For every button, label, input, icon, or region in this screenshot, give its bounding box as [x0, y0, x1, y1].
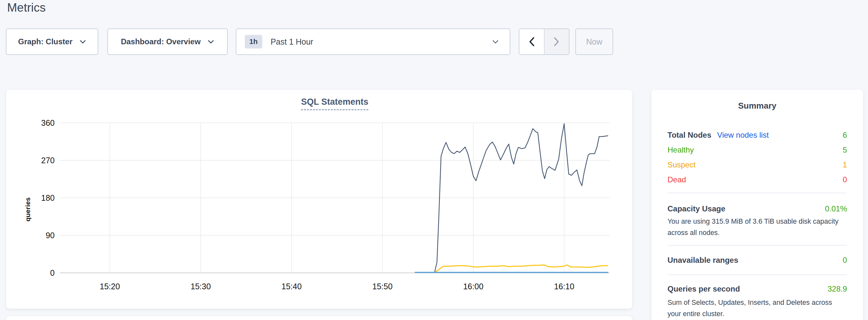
sql-statements-chart[interactable]: 09018027036015:2015:3015:4015:5016:0016:…: [6, 90, 632, 309]
summary-title: Summary: [651, 101, 863, 111]
capacity-usage-value: 0.01%: [825, 204, 847, 213]
time-range-badge: 1h: [245, 35, 262, 49]
time-range-selector[interactable]: 1h Past 1 Hour: [236, 28, 510, 55]
summary-row-suspect: Suspect 1: [668, 159, 847, 170]
time-range-label: Past 1 Hour: [271, 37, 313, 46]
queries-per-second-value: 328.9: [828, 284, 847, 293]
y-axis-label: queries: [24, 197, 31, 222]
time-back-button[interactable]: [519, 29, 545, 54]
x-tick-label: 15:50: [372, 282, 393, 291]
sql-statements-chart-card: SQL Statements 09018027036015:2015:3015:…: [6, 90, 632, 309]
x-tick-label: 15:40: [281, 282, 302, 291]
queries-per-second-row: Queries per second 328.9: [668, 284, 847, 294]
metrics-page: Metrics Graph: Cluster Dashboard: Overvi…: [0, 0, 868, 320]
y-tick-label: 180: [41, 193, 55, 202]
x-tick-label: 16:10: [554, 282, 575, 291]
summary-row-dead: Dead 0: [668, 174, 847, 185]
x-tick-label: 15:30: [190, 282, 211, 291]
chevron-right-icon: [554, 37, 559, 46]
time-forward-button-disabled[interactable]: [545, 29, 569, 54]
x-tick-label: 15:20: [100, 282, 120, 291]
dashboard-dropdown-label: Dashboard: Overview: [121, 37, 201, 46]
suspect-label: Suspect: [668, 160, 695, 169]
x-tick-label: 16:00: [463, 282, 484, 291]
queries-per-second-label: Queries per second: [668, 284, 740, 293]
divider: [668, 193, 847, 193]
suspect-value: 1: [843, 160, 847, 169]
graph-dropdown-label: Graph: Cluster: [18, 37, 72, 46]
unavailable-ranges-value: 0: [843, 256, 847, 265]
dead-value: 0: [843, 175, 847, 184]
now-button[interactable]: Now: [575, 28, 613, 55]
capacity-usage-description: You are using 315.9 MiB of 3.6 TiB usabl…: [668, 216, 847, 238]
total-nodes-label: Total Nodes: [668, 131, 711, 140]
y-tick-label: 360: [41, 118, 55, 127]
summary-panel: Summary Total Nodes View nodes list 6 He…: [651, 90, 863, 320]
time-step-buttons: [519, 28, 569, 55]
unavailable-ranges-label: Unavailable ranges: [668, 256, 738, 265]
summary-row-healthy: Healthy 5: [668, 145, 847, 156]
chevron-down-icon: [208, 40, 214, 44]
divider: [668, 245, 847, 246]
chevron-left-icon: [529, 37, 534, 46]
capacity-usage-label: Capacity Usage: [668, 204, 725, 213]
y-tick-label: 270: [41, 156, 55, 165]
dashboard-dropdown[interactable]: Dashboard: Overview: [107, 28, 228, 55]
yellow-series-line: [435, 265, 608, 273]
healthy-value: 5: [843, 146, 847, 155]
chevron-down-icon: [492, 40, 499, 44]
view-nodes-list-link[interactable]: View nodes list: [717, 131, 769, 140]
capacity-usage-row: Capacity Usage 0.01%: [668, 203, 847, 214]
dead-label: Dead: [668, 175, 686, 184]
chevron-down-icon: [80, 40, 86, 44]
summary-row-total-nodes: Total Nodes View nodes list 6: [668, 130, 847, 140]
page-title: Metrics: [7, 0, 45, 15]
y-tick-label: 90: [45, 231, 55, 240]
total-nodes-value: 6: [843, 131, 847, 140]
partial-next-chart-card: [6, 316, 632, 320]
queries-per-second-description: Sum of Selects, Updates, Inserts, and De…: [668, 297, 847, 320]
graph-dropdown[interactable]: Graph: Cluster: [6, 28, 98, 55]
divider: [668, 275, 847, 275]
y-tick-label: 0: [50, 268, 55, 277]
healthy-label: Healthy: [668, 146, 694, 155]
unavailable-ranges-row: Unavailable ranges 0: [668, 255, 847, 266]
